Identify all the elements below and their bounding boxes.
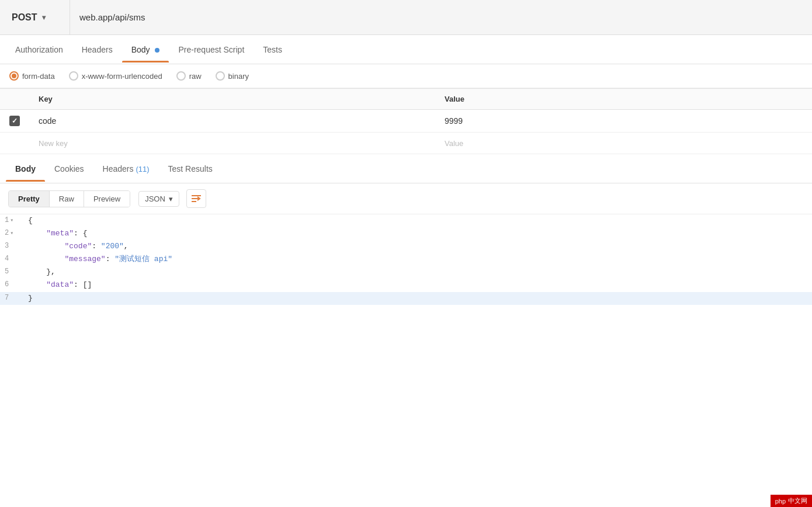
radio-form-data[interactable]: form-data bbox=[9, 71, 55, 81]
table-row: ✓ code 9999 bbox=[0, 110, 812, 133]
line-num-4: 4 bbox=[0, 253, 23, 265]
line-num-6: 6 bbox=[0, 279, 23, 290]
json-content-4: "message": "测试短信 api" bbox=[23, 253, 812, 266]
new-row-check bbox=[0, 133, 29, 154]
line-num-5: 5 bbox=[0, 266, 23, 277]
radio-form-data-circle bbox=[9, 71, 19, 81]
body-dot bbox=[155, 48, 159, 53]
resp-tab-test-results[interactable]: Test Results bbox=[159, 156, 222, 182]
json-line-3: 3 "code": "200", bbox=[0, 240, 812, 253]
checkbox-code[interactable]: ✓ bbox=[9, 116, 20, 126]
wrap-button[interactable] bbox=[186, 189, 206, 208]
json-content-6: "data": [] bbox=[23, 279, 812, 291]
line-num-1: 1 ▾ bbox=[0, 214, 23, 226]
tab-headers[interactable]: Headers bbox=[72, 37, 122, 62]
response-tabs: Body Cookies Headers (11) Test Results bbox=[0, 154, 812, 183]
method-label: POST bbox=[12, 12, 37, 23]
tab-body[interactable]: Body bbox=[122, 37, 169, 62]
resp-tab-headers[interactable]: Headers (11) bbox=[93, 156, 159, 182]
json-line-7: 7 } bbox=[0, 292, 812, 305]
json-content-5: }, bbox=[23, 266, 812, 279]
json-content-3: "code": "200", bbox=[23, 240, 812, 253]
fmt-pretty[interactable]: Pretty bbox=[9, 191, 50, 207]
radio-urlencoded[interactable]: x-www-form-urlencoded bbox=[69, 71, 162, 81]
url-bar: POST ▾ bbox=[0, 0, 812, 35]
radio-raw-circle bbox=[176, 71, 186, 81]
row-checkbox-cell: ✓ bbox=[0, 110, 29, 133]
body-type-bar: form-data x-www-form-urlencoded raw bina… bbox=[0, 64, 812, 88]
json-line-2: 2 ▾ "meta": { bbox=[0, 227, 812, 240]
response-toolbar: Pretty Raw Preview JSON ▾ bbox=[0, 183, 812, 214]
radio-binary-circle bbox=[216, 71, 225, 81]
form-data-table: Key Value ✓ code 9999 New key Value bbox=[0, 88, 812, 154]
fmt-raw[interactable]: Raw bbox=[50, 191, 84, 207]
radio-binary[interactable]: binary bbox=[216, 71, 249, 81]
line-num-2: 2 ▾ bbox=[0, 227, 23, 239]
fmt-preview[interactable]: Preview bbox=[84, 191, 130, 207]
json-line-5: 5 }, bbox=[0, 266, 812, 279]
tab-tests[interactable]: Tests bbox=[254, 37, 292, 62]
language-selector[interactable]: JSON ▾ bbox=[138, 191, 179, 207]
wrap-icon bbox=[190, 193, 202, 204]
tab-pre-request-script[interactable]: Pre-request Script bbox=[169, 37, 254, 62]
json-content-7: } bbox=[23, 292, 812, 305]
json-content-2: "meta": { bbox=[23, 227, 812, 240]
line-num-7: 7 bbox=[0, 292, 23, 304]
radio-urlencoded-circle bbox=[69, 71, 78, 81]
line-num-3: 3 bbox=[0, 240, 23, 252]
request-tabs: Authorization Headers Body Pre-request S… bbox=[0, 35, 812, 64]
method-chevron: ▾ bbox=[42, 13, 46, 22]
json-line-4: 4 "message": "测试短信 api" bbox=[0, 253, 812, 266]
col-value: Value bbox=[435, 89, 812, 110]
new-value-cell[interactable]: Value bbox=[435, 133, 812, 154]
method-selector[interactable]: POST ▾ bbox=[0, 0, 70, 34]
col-key: Key bbox=[29, 89, 435, 110]
fold-arrow-1[interactable]: ▾ bbox=[10, 216, 13, 225]
lang-chevron-icon: ▾ bbox=[169, 195, 173, 203]
radio-raw[interactable]: raw bbox=[176, 71, 202, 81]
url-input[interactable] bbox=[70, 12, 812, 22]
fold-arrow-2[interactable]: ▾ bbox=[10, 228, 13, 238]
format-group: Pretty Raw Preview bbox=[8, 190, 130, 207]
json-line-6: 6 "data": [] bbox=[0, 279, 812, 291]
json-viewer: 1 ▾ { 2 ▾ "meta": { 3 "code": "200", 4 "… bbox=[0, 214, 812, 305]
row-value-cell[interactable]: 9999 bbox=[435, 110, 812, 133]
new-row: New key Value bbox=[0, 133, 812, 154]
resp-tab-cookies[interactable]: Cookies bbox=[45, 156, 93, 182]
json-content-1: { bbox=[23, 214, 812, 227]
resp-tab-body[interactable]: Body bbox=[6, 156, 45, 182]
col-check bbox=[0, 89, 29, 110]
row-key-cell[interactable]: code bbox=[29, 110, 435, 133]
new-key-cell[interactable]: New key bbox=[29, 133, 435, 154]
tab-authorization[interactable]: Authorization bbox=[6, 37, 72, 62]
json-line-1: 1 ▾ { bbox=[0, 214, 812, 227]
